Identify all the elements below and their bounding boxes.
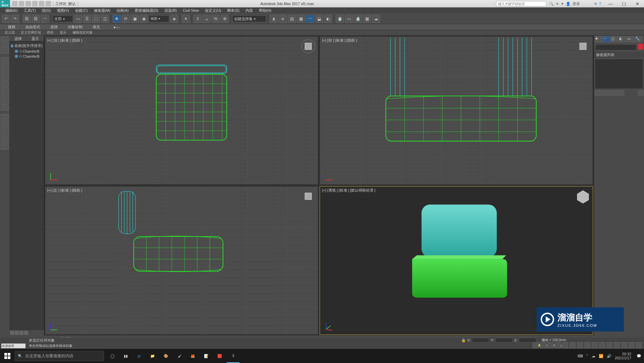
named-selection-set[interactable]: 创建选择集▾ (232, 15, 266, 22)
se-tool-3[interactable] (1, 48, 9, 54)
goto-start-button[interactable] (555, 342, 561, 348)
subr-idle[interactable]: 定义空闲区域 (18, 30, 44, 35)
viewport-label[interactable]: [+] [前 ] [标准 ] [线框 ] (322, 38, 357, 43)
se-tool-5[interactable] (1, 63, 9, 68)
select-move-button[interactable]: ✥ (113, 15, 121, 23)
bind-spacewarp-button[interactable]: 〰 (41, 15, 49, 23)
auto-key-button[interactable] (533, 342, 539, 348)
selection-filter[interactable]: 全部▾ (53, 15, 73, 22)
ribbon-selection[interactable]: 选择 (46, 24, 62, 30)
curve-editor-button[interactable]: 〰 (306, 15, 314, 23)
se-tool-2[interactable] (1, 42, 9, 48)
scene-header-row[interactable]: 名称(按升序排序) (11, 43, 43, 49)
eye-icon[interactable] (15, 50, 18, 53)
next-frame-button[interactable] (577, 342, 583, 348)
menu-tools[interactable]: 工具(T) (21, 8, 39, 13)
volume-icon[interactable]: 🔊 (607, 354, 611, 358)
lock-selection-icon[interactable]: 🔒 (461, 338, 466, 343)
infocenter-search[interactable] (496, 1, 546, 6)
notifications-icon[interactable]: 💬 (637, 354, 641, 358)
render-cloud-button[interactable]: ☁ (372, 15, 380, 23)
rendered-frame-button[interactable]: ▭ (345, 15, 353, 23)
cp-motion-tab[interactable]: ◐ (619, 36, 626, 42)
menu-civilview[interactable]: Civil View (180, 8, 201, 13)
ribbon-populate[interactable]: 填充 (88, 24, 105, 30)
menu-customize[interactable]: 自定义(U) (202, 8, 224, 13)
se-tool-18[interactable] (1, 144, 9, 150)
ribbon-toggle-icon[interactable]: ●— (109, 25, 124, 30)
edge-icon[interactable]: ◎ (133, 349, 146, 363)
minimize-button[interactable]: — (604, 1, 617, 6)
toggle-ribbon-button[interactable]: ▦ (297, 15, 305, 23)
search-go-icon[interactable]: 🔍 (549, 2, 554, 6)
modifier-stack[interactable] (595, 59, 643, 89)
scene-item[interactable]: ◇ ChamferB (11, 54, 43, 59)
workspace-selector[interactable]: 工作区: 默认 (53, 1, 78, 6)
render-setup-button[interactable]: 🍵 (336, 15, 344, 23)
prev-frame-button[interactable] (562, 342, 568, 348)
se-tool-6[interactable] (1, 69, 9, 74)
scene-tab-display[interactable]: 显示 (27, 36, 44, 41)
use-pivot-button[interactable]: ◈ (170, 15, 178, 23)
menu-view[interactable]: 视图(V) (54, 8, 72, 13)
viewport-label[interactable]: [+] [顶 ] [标准 ] [线框 ] (47, 38, 82, 43)
eye-icon[interactable] (11, 44, 13, 48)
viewcube-icon[interactable] (301, 39, 316, 54)
system-tray[interactable]: ⌨ ˄ ☁ 📶 🔊 20:32 2021/1/17 💬 (578, 352, 644, 360)
render-iterative-button[interactable]: ▦ (363, 15, 371, 23)
qat-link-icon[interactable] (46, 1, 51, 6)
select-scale-button[interactable]: ▣ (131, 15, 139, 23)
se-tool-7[interactable] (1, 75, 9, 81)
subscription-icon[interactable]: ✶ (556, 2, 559, 6)
close-button[interactable]: ✕ (631, 1, 644, 6)
viewport-top[interactable]: [+] [顶 ] [标准 ] [线框 ] (45, 36, 318, 185)
se-tool-1[interactable] (1, 36, 9, 42)
show-end-result-icon[interactable] (601, 90, 606, 96)
scene-item[interactable]: ◇ ChamferB (11, 49, 43, 54)
unlink-button[interactable]: ⛓ (32, 15, 40, 23)
cp-hierarchy-tab[interactable]: ◫ (611, 36, 618, 42)
subr-edit[interactable]: 编辑选定对象 (70, 30, 95, 35)
snap-toggle-button[interactable]: 3 (194, 15, 202, 23)
start-button[interactable] (0, 349, 15, 363)
menu-create[interactable]: 创建(C) (72, 8, 90, 13)
se-tool-16[interactable] (1, 132, 9, 138)
menu-bar[interactable]: 编辑(E) 工具(T) 组(G) 视图(V) 创建(C) 修改器(M) 动画(A… (0, 7, 644, 13)
paint-icon[interactable]: 🎨 (160, 349, 172, 363)
menu-maxscript[interactable]: 脚本(S) (224, 8, 242, 13)
schematic-view-button[interactable]: ⬓ (315, 15, 323, 23)
viewport-front[interactable]: [+] [前 ] [标准 ] [线框 ] (320, 36, 593, 185)
menu-rendering[interactable]: 渲染(R) (162, 8, 179, 13)
object-name-field[interactable] (595, 44, 637, 50)
zoom-button[interactable] (592, 342, 598, 348)
menu-modifiers[interactable]: 修改器(M) (91, 8, 113, 13)
cp-utilities-tab[interactable]: 🔧 (635, 36, 642, 42)
menu-help[interactable]: 帮助(H) (256, 8, 274, 13)
viewport-label[interactable]: [+] [左 ] [标准 ] [线框 ] (47, 188, 82, 193)
goto-end-button[interactable] (584, 342, 590, 348)
object-color-swatch[interactable] (638, 44, 643, 50)
subr-sim[interactable]: 模拟 (44, 30, 56, 35)
se-tool-11[interactable] (1, 99, 9, 105)
se-tool-8[interactable] (1, 81, 9, 87)
ime-icon[interactable]: ⌨ (578, 354, 583, 358)
eye-icon[interactable] (15, 55, 18, 58)
onedrive-icon[interactable]: ☁ (592, 354, 595, 358)
coord-z-input[interactable] (519, 338, 536, 343)
orbit-button[interactable] (629, 342, 635, 348)
firefox-icon[interactable]: 🦊 (186, 349, 199, 363)
se-tool-17[interactable] (1, 138, 9, 144)
menu-animation[interactable]: 动画(A) (114, 8, 131, 13)
se-tool-10[interactable] (1, 93, 9, 99)
subr-display[interactable]: 显示 (57, 30, 69, 35)
signin-label[interactable]: 登录 (573, 1, 580, 6)
qat-undo-icon[interactable] (32, 1, 38, 6)
qat-redo-icon[interactable] (39, 1, 44, 6)
qat-save-icon[interactable] (25, 1, 31, 6)
3dsmax-taskbar-icon[interactable]: 3 (227, 349, 239, 363)
pan-button[interactable] (621, 342, 627, 348)
select-by-name-button[interactable]: ☰ (83, 15, 91, 23)
app2-icon[interactable]: 🟥 (213, 349, 226, 363)
help-icon[interactable]: ? (599, 2, 601, 6)
select-manipulate-button[interactable]: ✦ (182, 15, 190, 23)
